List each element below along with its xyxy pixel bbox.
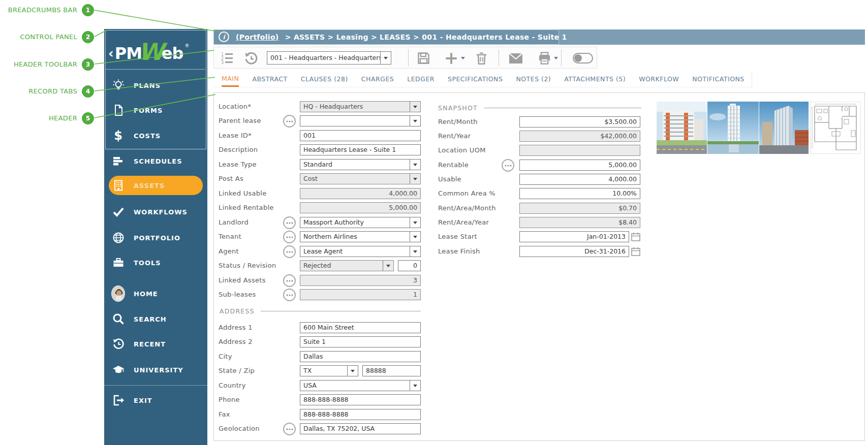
field-label: Rent/Year: [438, 131, 471, 142]
field-label: Rent/Area/Month: [438, 203, 496, 214]
agent-dropdown[interactable]: Lease Agent: [300, 246, 421, 257]
field-label: Lease Type: [219, 159, 257, 170]
location-dropdown[interactable]: HQ - Headquarters: [300, 101, 421, 112]
lease-finish-input[interactable]: Dec-31-2016: [519, 246, 629, 257]
dropdown-arrow-icon[interactable]: [383, 261, 393, 271]
field-label: Geolocation: [219, 423, 260, 434]
linked-assets-lookup-button[interactable]: [283, 274, 296, 287]
field-label: Address 1: [219, 322, 253, 333]
geolocation-input[interactable]: Dallas, TX 75202, USA: [300, 423, 421, 434]
landlord-lookup-button[interactable]: [283, 216, 296, 229]
zip-input[interactable]: 88888: [362, 365, 421, 376]
field-value: TX: [303, 367, 312, 374]
field-value: Lease Agent: [303, 247, 343, 255]
linked-usable-readonly: 4,000.00: [300, 188, 421, 199]
section-rule: [261, 311, 421, 311]
usable-input[interactable]: 4,000.00: [519, 174, 640, 185]
field-label: Usable: [438, 174, 461, 185]
dropdown-arrow-icon[interactable]: [410, 174, 420, 184]
field-label: Lease Finish: [438, 246, 480, 257]
location-uom-readonly: [519, 145, 640, 156]
tenant-lookup-button[interactable]: [283, 231, 296, 243]
dropdown-arrow-icon[interactable]: [410, 116, 420, 126]
address2-input[interactable]: Suite 1: [300, 336, 421, 347]
description-input[interactable]: Headquarters Lease - Suite 1: [300, 144, 421, 155]
field-label: Rent/Month: [438, 116, 478, 128]
section-rule: [484, 108, 641, 108]
status-dropdown[interactable]: Rejected: [300, 260, 394, 271]
phone-input[interactable]: 888-888-8888: [300, 394, 421, 405]
lease-type-dropdown[interactable]: Standard: [300, 159, 421, 170]
dropdown-arrow-icon[interactable]: [410, 217, 420, 228]
fax-input[interactable]: 888-888-8888: [300, 409, 421, 420]
address-section-header: ADDRESS: [220, 306, 421, 316]
field-label: Address 2: [219, 336, 253, 347]
linked-assets-readonly: 3: [300, 275, 421, 286]
field-value: Standard: [303, 161, 332, 168]
building-photo-2[interactable]: [707, 102, 759, 154]
field-label: Sub-leases: [219, 289, 256, 300]
field-label: Agent: [219, 246, 239, 257]
rent-year-readonly: $42,000.00: [519, 131, 640, 142]
dropdown-arrow-icon[interactable]: [410, 232, 420, 242]
field-value: Massport Authority: [303, 218, 364, 226]
lease-id-input[interactable]: 001: [300, 130, 421, 141]
field-label: Landlord: [219, 217, 249, 228]
linked-rentable-readonly: 5,000.00: [300, 202, 421, 213]
landlord-dropdown[interactable]: Massport Authority: [300, 217, 421, 228]
field-label: Tenant: [219, 231, 241, 242]
field-label: Status / Revision: [219, 260, 276, 271]
field-label: Parent lease: [219, 115, 261, 126]
rentable-lookup-button[interactable]: [502, 159, 514, 172]
subleases-readonly: 1: [300, 289, 421, 300]
dropdown-arrow-icon[interactable]: [410, 160, 420, 170]
parent-lease-dropdown[interactable]: [300, 115, 421, 126]
building-photo-3[interactable]: [759, 102, 809, 154]
section-title: SNAPSHOT: [438, 104, 478, 112]
field-label: Description: [219, 144, 258, 155]
common-area-input[interactable]: 10.00%: [519, 188, 640, 199]
geolocation-lookup-button[interactable]: [283, 423, 296, 435]
field-label: City: [219, 351, 232, 362]
dropdown-arrow-icon[interactable]: [347, 366, 358, 376]
rent-area-year-readonly: $8.40: [519, 217, 640, 228]
subleases-lookup-button[interactable]: [283, 289, 296, 301]
field-label: Location*: [219, 101, 251, 112]
field-label: Rent/Area/Year: [438, 217, 489, 228]
dropdown-arrow-icon[interactable]: [410, 102, 420, 112]
field-label: Linked Assets: [219, 275, 266, 286]
rent-month-input[interactable]: $3,500.00: [519, 116, 640, 128]
field-label: Fax: [219, 409, 230, 420]
section-title: ADDRESS: [220, 307, 255, 315]
dropdown-arrow-icon[interactable]: [410, 380, 420, 391]
field-label: State / Zip: [219, 365, 255, 376]
dropdown-arrow-icon[interactable]: [410, 246, 420, 257]
field-label: Linked Usable: [219, 188, 267, 199]
revision-number-box: 0: [398, 260, 421, 271]
calendar-icon[interactable]: [631, 247, 640, 257]
field-label: Post As: [219, 173, 243, 184]
floor-plan-thumbnail[interactable]: [810, 102, 861, 154]
field-value: USA: [303, 382, 317, 389]
state-dropdown[interactable]: TX: [300, 365, 358, 376]
field-label: Country: [219, 380, 246, 391]
post-as-dropdown[interactable]: Cost: [300, 173, 421, 184]
agent-lookup-button[interactable]: [283, 245, 296, 258]
rent-area-month-readonly: $0.70: [519, 203, 640, 214]
tenant-dropdown[interactable]: Northern Airlines: [300, 231, 421, 242]
building-photo-1[interactable]: [657, 102, 707, 154]
record-form: Location* HQ - Headquarters Parent lease…: [0, 0, 868, 445]
field-value: Northern Airlines: [303, 233, 357, 240]
rentable-input[interactable]: 5,000.00: [519, 160, 640, 171]
country-dropdown[interactable]: USA: [300, 380, 421, 391]
field-value: Cost: [303, 175, 318, 182]
lease-start-input[interactable]: Jan-01-2013: [519, 231, 629, 242]
city-input[interactable]: Dallas: [300, 351, 421, 362]
address1-input[interactable]: 600 Main Street: [300, 322, 421, 333]
field-label: Rentable: [438, 160, 469, 171]
calendar-icon[interactable]: [631, 232, 640, 242]
parent-lease-lookup-button[interactable]: [283, 115, 296, 128]
field-value: Rejected: [303, 262, 331, 269]
field-value: HQ - Headquarters: [303, 103, 363, 110]
field-label: Lease ID*: [219, 130, 252, 141]
